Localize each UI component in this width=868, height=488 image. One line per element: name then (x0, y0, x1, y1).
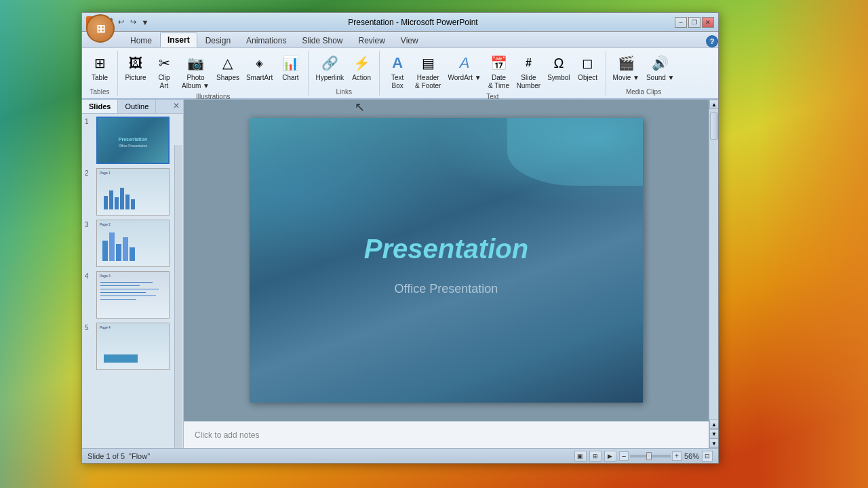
zoom-plus-btn[interactable]: + (672, 451, 682, 461)
slide-thumb-5[interactable]: 5 Page 4 (85, 323, 180, 370)
undo-qat-btn[interactable]: ↩ (115, 16, 127, 28)
sound-label: Sound ▼ (646, 74, 675, 82)
tab-home[interactable]: Home (123, 33, 159, 47)
object-icon: ◻ (577, 52, 599, 74)
tab-design[interactable]: Design (198, 33, 238, 47)
scroll-down-btn[interactable]: ▼ (709, 439, 718, 448)
vertical-scrollbar[interactable]: ▲ ▲ ▼ ▼ (709, 100, 718, 448)
chart-btn[interactable]: 📊 Chart (277, 51, 304, 83)
slide-thumb-4[interactable]: 4 Page 3 (85, 271, 180, 319)
photo-album-btn[interactable]: 📷 PhotoAlbum ▼ (179, 51, 212, 92)
office-button[interactable]: ⊞ (86, 14, 115, 43)
tables-buttons: ⊞ Table (86, 51, 113, 87)
ribbon-tabs: ⊞ Home Insert Design Animations Slide Sh… (82, 32, 718, 48)
tab-animations[interactable]: Animations (239, 33, 294, 47)
zoom-slider-thumb[interactable] (646, 452, 652, 460)
window-title: Presentation - Microsoft PowerPoint (151, 18, 675, 27)
scrollbar-track[interactable] (709, 109, 718, 420)
photo-album-icon: 📷 (185, 52, 207, 74)
ribbon-group-tables: ⊞ Table Tables (82, 51, 118, 96)
more-qat-btn[interactable]: ▼ (139, 16, 151, 28)
slide-editing-area: ↖ Presentation Office Presentation Click… (184, 100, 718, 448)
desktop-shape-left (0, 0, 95, 488)
slide-preview-2: Page 1 (96, 168, 170, 216)
slides-panel-close[interactable]: ✕ (170, 100, 183, 113)
powerpoint-window: P 💾 ↩ ↪ ▼ Presentation - Microsoft Power… (81, 12, 719, 464)
scroll-up-btn[interactable]: ▲ (709, 100, 718, 109)
slide5-bar (104, 354, 138, 363)
zoom-minus-btn[interactable]: – (619, 451, 629, 461)
slide-num-1: 1 (85, 118, 94, 125)
shapes-label: Shapes (216, 74, 239, 82)
clip-art-btn[interactable]: ✂ ClipArt (151, 51, 178, 92)
help-button[interactable]: ? (706, 35, 718, 47)
slide-number-btn[interactable]: # SlideNumber (514, 51, 544, 92)
table-label: Table (92, 74, 108, 82)
slide-thumb-3[interactable]: 3 Page 2 (85, 220, 180, 267)
symbol-icon: Ω (548, 52, 570, 74)
slide-number-label: SlideNumber (517, 74, 541, 90)
picture-btn[interactable]: 🖼 Picture (122, 51, 149, 83)
tab-slides[interactable]: Slides (82, 100, 118, 113)
header-footer-icon: ▤ (417, 52, 439, 74)
zoom-slider[interactable] (630, 455, 671, 458)
normal-view-btn[interactable]: ▣ (574, 451, 587, 462)
tab-insert[interactable]: Insert (160, 33, 197, 47)
mouse-cursor: ↖ (355, 100, 365, 115)
slide-number-icon: # (517, 52, 539, 74)
tab-review[interactable]: Review (351, 33, 392, 47)
slide-canvas[interactable]: Presentation Office Presentation (250, 118, 643, 403)
symbol-btn[interactable]: Ω Symbol (545, 51, 572, 83)
chart-icon: 📊 (279, 52, 301, 74)
movie-btn[interactable]: 🎬 Movie ▼ (610, 51, 642, 83)
status-left: Slide 1 of 5 "Flow" (87, 452, 150, 460)
text-box-btn[interactable]: A TextBox (384, 51, 411, 92)
slide-thumb-2[interactable]: 2 Page 1 (85, 168, 180, 216)
picture-icon: 🖼 (125, 52, 146, 74)
media-clips-group-label: Media Clips (626, 88, 661, 96)
chart-bars-2 (104, 188, 135, 209)
tab-slideshow[interactable]: Slide Show (294, 33, 350, 47)
smartart-btn[interactable]: ◈ SmartArt (243, 51, 275, 83)
zoom-fit-btn[interactable]: ⊡ (702, 451, 713, 462)
ribbon-group-illustrations: 🖼 Picture ✂ ClipArt 📷 PhotoAlbum ▼ △ Sha… (118, 51, 309, 96)
redo-qat-btn[interactable]: ↪ (127, 16, 139, 28)
next-slide-btn[interactable]: ▼ (709, 429, 718, 439)
theme-name: "Flow" (129, 452, 150, 460)
sound-btn[interactable]: 🔊 Sound ▼ (644, 51, 677, 83)
slide-preview-3: Page 2 (96, 220, 170, 267)
table-icon: ⊞ (89, 52, 111, 74)
tab-view[interactable]: View (393, 33, 426, 47)
shapes-btn[interactable]: △ Shapes (214, 51, 242, 83)
wordart-label: WordArt ▼ (448, 74, 481, 82)
header-footer-btn[interactable]: ▤ Header& Footer (412, 51, 443, 92)
ribbon-group-media-clips: 🎬 Movie ▼ 🔊 Sound ▼ Media Clips (606, 51, 682, 96)
tab-outline[interactable]: Outline (118, 100, 156, 113)
table-btn[interactable]: ⊞ Table (86, 51, 113, 83)
hyperlink-label: Hyperlink (315, 74, 344, 82)
action-label: Action (352, 74, 371, 82)
movie-label: Movie ▼ (613, 74, 639, 82)
action-btn[interactable]: ⚡ Action (348, 51, 375, 83)
desktop: P 💾 ↩ ↪ ▼ Presentation - Microsoft Power… (0, 0, 868, 488)
close-btn[interactable]: ✕ (702, 17, 714, 28)
main-area: Slides Outline ✕ 1 Presentation Office P… (82, 100, 718, 448)
notes-area[interactable]: Click to add notes (184, 421, 709, 448)
restore-btn[interactable]: ❐ (688, 17, 701, 28)
scrollbar-thumb[interactable] (710, 113, 718, 140)
slideshow-btn[interactable]: ▶ (604, 451, 616, 462)
slide-num-5: 5 (85, 324, 94, 331)
wordart-btn[interactable]: A WordArt ▼ (445, 51, 484, 83)
slides-scrollbar[interactable] (174, 145, 182, 448)
minimize-btn[interactable]: – (675, 17, 687, 28)
slides-panel-tabs: Slides Outline ✕ (82, 100, 183, 114)
slide-thumb-1[interactable]: 1 Presentation Office Presentation (85, 117, 180, 164)
slide-num-3: 3 (85, 221, 94, 228)
object-btn[interactable]: ◻ Object (574, 51, 601, 83)
slide2-title-preview: Page 1 (100, 171, 111, 175)
text-buttons: A TextBox ▤ Header& Footer A WordArt ▼ 📅… (384, 51, 601, 92)
hyperlink-btn[interactable]: 🔗 Hyperlink (313, 51, 347, 83)
slide-sorter-btn[interactable]: ⊞ (589, 451, 601, 462)
date-time-btn[interactable]: 📅 Date& Time (486, 51, 513, 92)
prev-slide-btn[interactable]: ▲ (709, 420, 718, 429)
